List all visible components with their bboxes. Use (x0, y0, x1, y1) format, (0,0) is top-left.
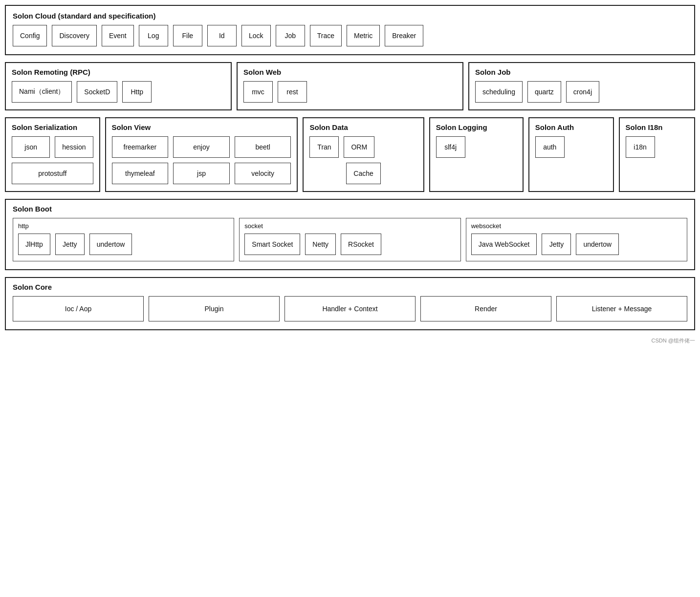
cloud-boxes: ConfigDiscoveryEventLogFileIdLockJobTrac… (13, 25, 687, 46)
job-section: Solon Job schedulingquartzcron4j (468, 62, 695, 110)
job-title: Solon Job (475, 68, 688, 76)
box-item: Ioc / Aop (13, 296, 144, 321)
boot-http: http JlHttpJettyundertow (13, 218, 234, 261)
web-title: Solon Web (243, 68, 457, 76)
i18n-boxes: i18n (626, 136, 688, 158)
boot-http-label: http (18, 222, 229, 230)
serialization-section: Solon Serialization jsonhessionprotostuf… (5, 117, 100, 192)
box-item: JlHttp (18, 234, 50, 255)
view-section: Solon View freemarkerenjoybeetlthymeleaf… (105, 117, 298, 192)
box-item: Listener + Message (556, 296, 687, 321)
box-item: protostuff (12, 163, 93, 184)
auth-title: Solon Auth (535, 123, 607, 131)
auth-section: Solon Auth auth (528, 117, 614, 192)
box-item: RSocket (341, 234, 381, 255)
third-row: Solon Serialization jsonhessionprotostuf… (5, 117, 695, 192)
box-item: Handler + Context (284, 296, 416, 321)
view-boxes: freemarkerenjoybeetlthymeleafjspvelocity (112, 136, 291, 184)
box-item: Smart Socket (244, 234, 300, 255)
i18n-title: Solon I18n (626, 123, 688, 131)
box-item: Metric (347, 25, 380, 46)
box-item: auth (535, 136, 565, 158)
box-item: ORM (344, 136, 374, 158)
box-item: hession (55, 136, 93, 158)
data-title: Solon Data (309, 123, 417, 131)
box-item: beetl (235, 136, 291, 158)
boot-title: Solon Boot (13, 205, 687, 213)
boot-websocket-label: websocket (471, 222, 682, 230)
box-item: undertow (89, 234, 132, 255)
box-item: Discovery (52, 25, 96, 46)
boot-section: Solon Boot http JlHttpJettyundertow sock… (5, 199, 695, 270)
box-item: rest (278, 81, 307, 103)
box-item: Cache (346, 163, 380, 184)
boot-socket-boxes: Smart SocketNettyRSocket (244, 234, 455, 255)
boot-socket: socket Smart SocketNettyRSocket (239, 218, 460, 261)
logging-title: Solon Logging (436, 123, 517, 131)
box-item: scheduling (475, 81, 523, 103)
box-item: thymeleaf (112, 163, 169, 184)
box-item: velocity (235, 163, 291, 184)
box-item: Breaker (385, 25, 423, 46)
core-boxes: Ioc / AopPluginHandler + ContextRenderLi… (13, 296, 687, 321)
box-item: json (12, 136, 50, 158)
box-item: i18n (626, 136, 655, 158)
cloud-section: Solon Cloud (standard and specification)… (5, 5, 695, 55)
box-item: Render (420, 296, 551, 321)
data-section: Solon Data TranORM Cache (303, 117, 424, 192)
cloud-title: Solon Cloud (standard and specification) (13, 12, 687, 20)
remoting-boxes: Nami（client）SocketDHttp (12, 81, 225, 103)
box-item: SocketD (77, 81, 117, 103)
box-item: Config (13, 25, 47, 46)
data-boxes-bottom: Cache (309, 163, 417, 184)
remoting-section: Solon Remoting (RPC) Nami（client）SocketD… (5, 62, 232, 110)
box-item: Log (139, 25, 168, 46)
box-item: Jetty (542, 234, 571, 255)
box-item: undertow (576, 234, 619, 255)
box-item: Jetty (55, 234, 85, 255)
auth-boxes: auth (535, 136, 607, 158)
box-item: Netty (305, 234, 336, 255)
box-item: enjoy (173, 136, 230, 158)
box-item: Event (102, 25, 134, 46)
box-item: quartz (527, 81, 561, 103)
middle-row: Solon Remoting (RPC) Nami（client）SocketD… (5, 62, 695, 110)
box-item: freemarker (112, 136, 169, 158)
data-boxes-top: TranORM (309, 136, 417, 158)
web-boxes: mvcrest (243, 81, 457, 103)
job-boxes: schedulingquartzcron4j (475, 81, 688, 103)
box-item: Tran (309, 136, 339, 158)
view-title: Solon View (112, 123, 291, 131)
box-item: Nami（client） (12, 81, 72, 103)
box-item: Java WebSocket (471, 234, 537, 255)
box-item: File (173, 25, 202, 46)
core-title: Solon Core (13, 283, 687, 291)
box-item: Lock (241, 25, 271, 46)
web-section: Solon Web mvcrest (237, 62, 463, 110)
box-item: mvc (243, 81, 273, 103)
box-item: Id (207, 25, 237, 46)
logging-section: Solon Logging slf4j (429, 117, 524, 192)
box-item: slf4j (436, 136, 465, 158)
logging-boxes: slf4j (436, 136, 517, 158)
remoting-title: Solon Remoting (RPC) (12, 68, 225, 76)
core-section: Solon Core Ioc / AopPluginHandler + Cont… (5, 277, 695, 330)
boot-socket-label: socket (244, 222, 455, 230)
box-item: Plugin (149, 296, 280, 321)
boot-websocket: websocket Java WebSocketJettyundertow (466, 218, 687, 261)
boot-http-boxes: JlHttpJettyundertow (18, 234, 229, 255)
boot-inner: http JlHttpJettyundertow socket Smart So… (13, 218, 687, 261)
serial-boxes: jsonhessionprotostuff (12, 136, 93, 184)
box-item: jsp (173, 163, 230, 184)
serial-title: Solon Serialization (12, 123, 93, 131)
i18n-section: Solon I18n i18n (619, 117, 695, 192)
watermark: CSDN @组件佬一 (5, 337, 695, 344)
box-item: Trace (310, 25, 342, 46)
boot-websocket-boxes: Java WebSocketJettyundertow (471, 234, 682, 255)
box-item: Http (122, 81, 152, 103)
box-item: Job (276, 25, 305, 46)
box-item: cron4j (566, 81, 599, 103)
